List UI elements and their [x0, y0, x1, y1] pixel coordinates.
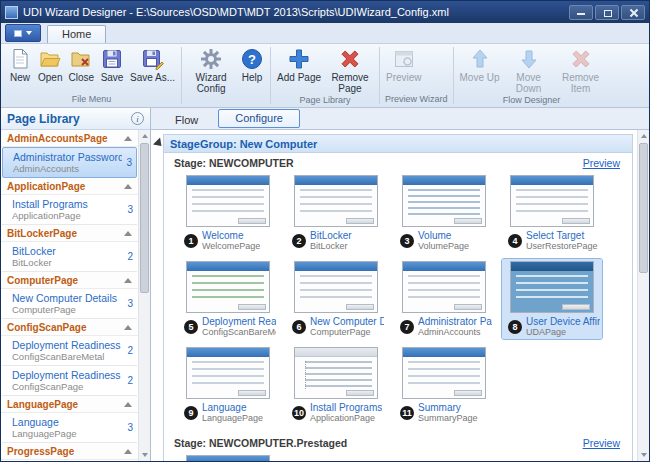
main-scrollbar[interactable] [637, 130, 649, 461]
add-plus-icon [287, 47, 311, 71]
preview-button[interactable]: Preview [383, 46, 425, 84]
group-label-preview-wizard: Preview Wizard [381, 94, 452, 106]
arrow-up-icon [468, 47, 492, 71]
page-link[interactable]: Administrator Passw... [418, 316, 492, 327]
minimize-icon [577, 13, 585, 15]
page-thumbnail [402, 347, 486, 399]
page-link[interactable]: Deployment Readiness [202, 316, 276, 327]
page-card-administrator-password[interactable]: 7 Administrator Passw...AdminAccounts [394, 259, 494, 339]
page-card-user-device-affinity[interactable]: 8 User Device AffinityUDAPage [502, 259, 602, 339]
tab-home[interactable]: Home [47, 25, 106, 43]
scroll-up-icon[interactable] [139, 130, 150, 142]
stage1-preview-link[interactable]: Preview [583, 157, 620, 169]
stage2-header: Stage: NEWCOMPUTER.Prestaged Preview [164, 433, 632, 451]
stage1-cards: 1 WelcomeWelcomePage 2 BitLockerBitLocke… [178, 173, 632, 425]
info-icon[interactable]: i [131, 112, 144, 125]
group-label-config [183, 95, 269, 106]
remove-item-button[interactable]: Remove Item [555, 46, 607, 95]
group-computer-page[interactable]: ComputerPage [1, 272, 138, 289]
page-library-header: Page Library i [1, 108, 150, 130]
page-link[interactable]: Install Programs [310, 402, 382, 413]
page-link[interactable]: New Computer Details [310, 316, 384, 327]
scroll-up-icon[interactable] [638, 130, 649, 142]
group-bitlocker-page[interactable]: BitLockerPage [1, 225, 138, 242]
open-button[interactable]: Open [35, 46, 65, 84]
close-folder-icon [69, 47, 93, 71]
new-button[interactable]: New [5, 46, 35, 84]
help-button[interactable]: ? Help [237, 46, 267, 84]
page-card-volume[interactable]: 3 VolumeVolumePage [394, 173, 494, 253]
group-application-page[interactable]: ApplicationPage [1, 178, 138, 195]
group-progress-page[interactable]: ProgressPage [1, 443, 138, 460]
list-item-administrator-password[interactable]: Administrator PasswordAdminAccounts 3 [2, 147, 137, 178]
collapse-icon [124, 402, 132, 407]
sequence-badge: 9 [184, 406, 198, 420]
tab-configure[interactable]: Configure [218, 109, 300, 128]
move-down-button[interactable]: Move Down [503, 46, 555, 95]
page-thumbnail [510, 175, 594, 227]
main-panel: Flow Configure StageGroup: New Computer … [151, 108, 649, 461]
wizard-config-button[interactable]: Wizard Config [185, 46, 237, 95]
usage-count: 3 [123, 422, 133, 433]
flow-designer-canvas: StageGroup: New Computer Stage: NEWCOMPU… [151, 130, 637, 461]
save-icon [100, 47, 124, 71]
list-item-bitlocker[interactable]: BitLockerBitLocker 2 [2, 242, 137, 272]
page-card-new-computer-details[interactable]: 6 New Computer DetailsComputerPage [286, 259, 386, 339]
tab-flow[interactable]: Flow [159, 112, 214, 129]
list-item-new-computer-details[interactable]: New Computer DetailsComputerPage 3 [2, 289, 137, 319]
move-up-button[interactable]: Move Up [457, 46, 503, 84]
page-library-sidebar: Page Library i AdminAccountsPage Adminis… [1, 108, 151, 461]
sequence-badge: 10 [292, 406, 306, 420]
scroll-down-icon[interactable] [638, 449, 649, 461]
scroll-down-icon[interactable] [139, 449, 150, 461]
page-link[interactable]: Summary [418, 402, 478, 413]
group-configscan-page[interactable]: ConfigScanPage [1, 319, 138, 336]
page-thumbnail [294, 261, 378, 313]
close-file-button[interactable]: Close [65, 46, 97, 84]
minimize-button[interactable] [569, 5, 593, 20]
sequence-badge: 3 [400, 234, 414, 248]
gear-icon [199, 47, 223, 71]
stagegroup-header[interactable]: StageGroup: New Computer [164, 135, 632, 153]
collapse-icon [124, 449, 132, 454]
page-card-welcome[interactable]: 1 WelcomeWelcomePage [178, 173, 278, 253]
page-link[interactable]: Language [202, 402, 263, 413]
page-thumbnail [186, 175, 270, 227]
usage-count: 3 [122, 157, 132, 168]
list-item-language[interactable]: LanguageLanguagePage 3 [2, 413, 137, 443]
sidebar-scrollbar[interactable] [138, 130, 150, 461]
group-admin-accounts-page[interactable]: AdminAccountsPage [1, 130, 138, 147]
page-card-select-target[interactable]: 4 Select TargetUserRestorePage [502, 173, 602, 253]
group-language-page[interactable]: LanguagePage [1, 396, 138, 413]
page-card-language[interactable]: 9 LanguageLanguagePage [178, 345, 278, 425]
maximize-button[interactable] [595, 5, 619, 20]
page-link[interactable]: Welcome [202, 230, 260, 241]
page-card-partial[interactable] [178, 453, 278, 461]
usage-count: 2 [123, 251, 133, 262]
close-button[interactable] [621, 5, 645, 20]
scroll-thumb[interactable] [140, 143, 149, 293]
save-as-button[interactable]: Save As... [127, 46, 178, 84]
arrow-down-icon [517, 47, 541, 71]
page-thumbnail [294, 175, 378, 227]
list-item-deployment-readiness-baremetal[interactable]: Deployment ReadinessConfigScanBareMetal … [2, 336, 137, 366]
page-link[interactable]: Select Target [526, 230, 598, 241]
page-card-install-programs[interactable]: 10 Install ProgramsApplicationPage [286, 345, 386, 425]
add-page-button[interactable]: Add Page [274, 46, 324, 84]
list-item-install-programs[interactable]: Install ProgramsApplicationPage 3 [2, 195, 137, 225]
page-card-deployment-readiness-baremetal[interactable]: 5 Deployment ReadinessConfigScanBareMeta… [178, 259, 278, 339]
stage2-preview-link[interactable]: Preview [583, 437, 620, 449]
page-card-summary[interactable]: 11 SummarySummaryPage [394, 345, 494, 425]
save-button[interactable]: Save [97, 46, 127, 84]
page-link[interactable]: User Device Affinity [526, 316, 600, 327]
remove-page-button[interactable]: Remove Page [324, 46, 376, 95]
svg-text:?: ? [248, 52, 256, 67]
page-link[interactable]: BitLocker [310, 230, 352, 241]
list-item-deployment-readiness[interactable]: Deployment ReadinessConfigScanPage 2 [2, 366, 137, 396]
scroll-thumb[interactable] [639, 143, 648, 273]
app-menu-button[interactable] [5, 24, 41, 42]
page-card-bitlocker[interactable]: 2 BitLockerBitLocker [286, 173, 386, 253]
stage2-cards [178, 453, 632, 461]
page-link[interactable]: Volume [418, 230, 469, 241]
collapse-icon [124, 231, 132, 236]
